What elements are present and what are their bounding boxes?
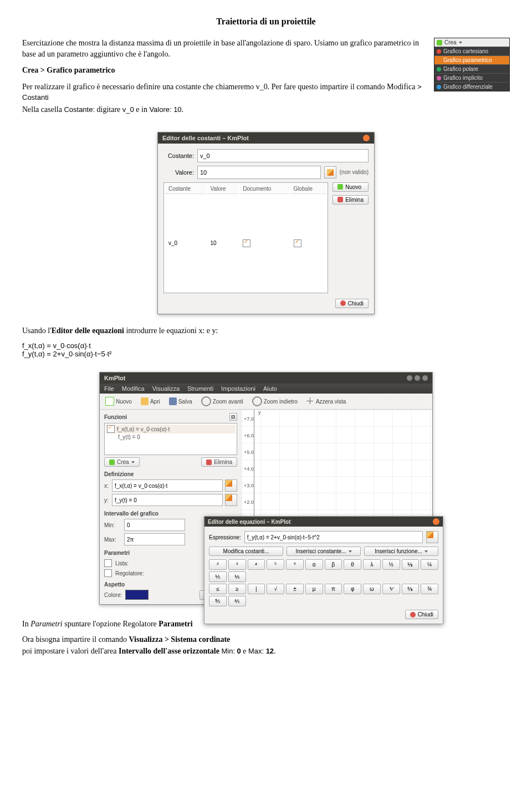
text: Costante: (64, 105, 95, 114)
key-button[interactable]: ⁴ (248, 559, 265, 570)
key-button[interactable]: ½ (382, 559, 400, 570)
elimina-button[interactable]: Elimina (332, 195, 369, 205)
menu-visualizza[interactable]: Visualizza (152, 385, 180, 392)
inserisci-costante-button[interactable]: Inserisci constante... (287, 547, 361, 556)
key-button[interactable]: ³ (228, 559, 246, 570)
menu-label: Grafico implicito (443, 75, 483, 81)
tool-reset-view[interactable]: Azzera vista (304, 396, 348, 406)
edit-y-button[interactable] (225, 494, 237, 506)
key-button[interactable]: ² (209, 559, 227, 570)
close-icon[interactable] (433, 518, 439, 525)
table-row[interactable]: v_0 10 (165, 195, 326, 292)
edit-value-button[interactable] (324, 166, 336, 178)
menu-aiuto[interactable]: Aiuto (263, 385, 277, 392)
close-icon[interactable] (422, 375, 428, 381)
tool-nuovo[interactable]: Nuovo (103, 396, 134, 407)
key-button[interactable]: ⅗ (209, 596, 227, 606)
cell-documento[interactable] (239, 195, 289, 292)
min-input[interactable] (124, 519, 185, 531)
key-button[interactable]: θ (344, 559, 361, 570)
cell-globale[interactable] (290, 195, 327, 292)
list-item[interactable]: f_x(t,α) = v_0·cos(α)·t (106, 425, 236, 433)
key-button[interactable]: ± (286, 584, 304, 594)
chiudi-button[interactable]: Chiudi (405, 610, 438, 619)
valore-input[interactable] (197, 166, 321, 179)
menu-file[interactable]: File (104, 385, 114, 392)
modifica-costanti-button[interactable]: Modifica costanti... (209, 547, 283, 556)
crea-item-cartesiano[interactable]: Grafico cartesiano (434, 47, 509, 55)
max-label: Max: (104, 537, 121, 543)
key-button[interactable]: ⅔ (402, 584, 420, 594)
key-button[interactable]: α (305, 559, 323, 570)
close-icon (410, 612, 416, 617)
key-button[interactable]: ω (363, 584, 381, 594)
key-button[interactable]: ⁵ (267, 559, 284, 570)
th-costante[interactable]: Costante (165, 184, 206, 194)
checkbox-icon[interactable] (294, 239, 301, 247)
crea-header[interactable]: Crea (434, 38, 509, 47)
menu-modifica[interactable]: Modifica (122, 385, 145, 392)
key-button[interactable]: μ (305, 584, 323, 594)
close-icon[interactable] (363, 135, 370, 141)
key-button[interactable]: ≤ (209, 584, 227, 594)
th-valore[interactable]: Valore (207, 184, 239, 194)
th-globale[interactable]: Globale (290, 184, 327, 194)
y-input[interactable] (112, 494, 223, 506)
key-button[interactable]: ¾ (421, 584, 438, 594)
edit-x-button[interactable] (225, 479, 237, 492)
key-button[interactable]: ⅕ (209, 571, 227, 582)
key-button[interactable]: ⅓ (402, 559, 420, 570)
undock-button[interactable]: ⊟ (229, 413, 237, 421)
color-swatch[interactable] (125, 590, 149, 600)
titlebar[interactable]: KmPlot (100, 372, 432, 384)
regolatore-checkbox[interactable] (104, 569, 112, 577)
chiudi-button[interactable]: Chiudi (335, 299, 369, 308)
key-button[interactable]: ¼ (421, 559, 438, 570)
elimina-button[interactable]: Elimina (201, 457, 237, 467)
label: Azzera vista (316, 399, 346, 405)
inserisci-funzione-button[interactable]: Inserisci funzione... (364, 547, 438, 556)
tool-apri[interactable]: Apri (139, 396, 162, 406)
key-row-1: ²³⁴⁵⁶αβθλ½⅓¼⅕⅙ (209, 559, 438, 582)
crea-item-parametrico[interactable]: Grafico parametrico (434, 55, 509, 64)
crea-item-polare[interactable]: Grafico polare (434, 64, 509, 73)
key-button[interactable]: ⁶ (286, 559, 304, 570)
key-button[interactable]: π (325, 584, 342, 594)
function-list[interactable]: f_x(t,α) = v_0·cos(α)·t f_y(t) = 0 (104, 423, 237, 455)
max-input[interactable] (124, 533, 185, 545)
checkbox-icon[interactable] (243, 239, 250, 247)
x-input[interactable] (112, 479, 223, 492)
checkbox-icon[interactable] (107, 425, 115, 433)
espressione-input[interactable] (244, 531, 423, 543)
titlebar[interactable]: Editor delle costanti – KmPlot (158, 132, 374, 144)
key-button[interactable]: √ (267, 584, 284, 594)
tool-zoom-in[interactable]: Zoom avanti (199, 395, 245, 407)
nuovo-button[interactable]: Nuovo (332, 182, 369, 192)
pencil-icon (226, 494, 232, 501)
key-button[interactable]: φ (344, 584, 361, 594)
key-button[interactable]: ≥ (228, 584, 246, 594)
key-button[interactable]: ⅘ (228, 596, 246, 606)
key-button[interactable]: ⅙ (228, 571, 246, 582)
tool-zoom-out[interactable]: Zoom indietro (250, 395, 300, 407)
costante-input[interactable] (197, 149, 369, 162)
key-button[interactable]: β (325, 559, 342, 570)
edit-expression-button[interactable] (426, 531, 438, 543)
maximize-icon[interactable] (415, 375, 420, 381)
tool-salva[interactable]: Salva (167, 396, 195, 406)
minimize-icon[interactable] (407, 375, 412, 381)
menu-impostazioni[interactable]: Impostazioni (221, 385, 255, 392)
key-button[interactable]: λ (363, 559, 381, 570)
key-button[interactable]: ⅟ (382, 584, 400, 594)
key-button[interactable]: | (248, 584, 265, 594)
crea-item-differenziale[interactable]: Grafico differenziale (434, 82, 509, 91)
crea-button[interactable]: Crea (104, 457, 140, 467)
crea-item-implicito[interactable]: Grafico implicito (434, 73, 509, 82)
lista-checkbox[interactable] (104, 559, 112, 567)
list-item[interactable]: f_y(t) = 0 (106, 433, 236, 441)
menu-strumenti[interactable]: Strumenti (187, 385, 213, 392)
label: Chiudi (348, 300, 364, 307)
titlebar[interactable]: Editor delle equazioni – KmPlot (204, 517, 443, 527)
th-documento[interactable]: Documento (239, 184, 289, 194)
text: Min: (221, 647, 235, 655)
